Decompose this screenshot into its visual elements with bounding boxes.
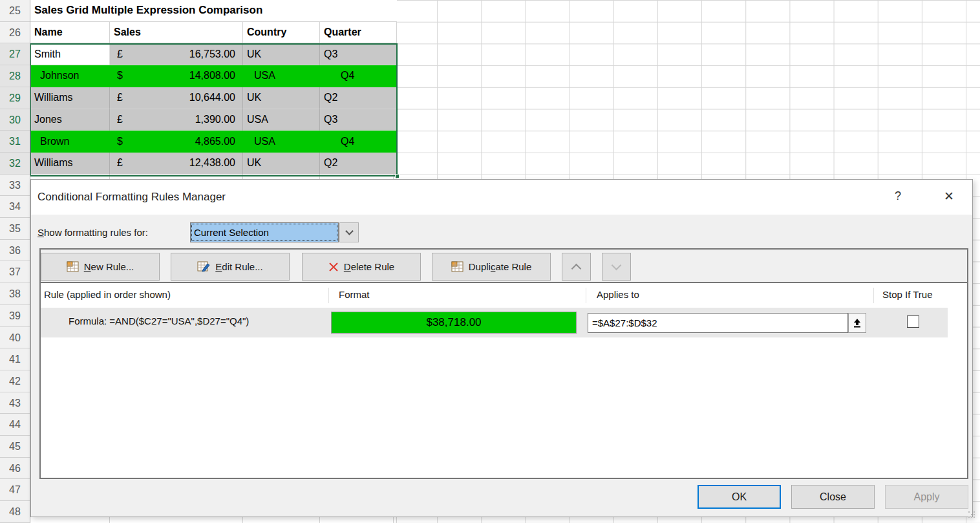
applies-to-input[interactable]: [588, 313, 848, 333]
chevron-down-icon: [612, 260, 622, 270]
row-header-48[interactable]: 48: [0, 501, 30, 523]
cell-sales-28[interactable]: $14,808.00: [110, 65, 243, 87]
ok-button[interactable]: OK: [698, 485, 781, 509]
row-header-39[interactable]: 39: [0, 305, 30, 327]
row-header-25[interactable]: 25: [0, 0, 30, 22]
row-header-44[interactable]: 44: [0, 414, 30, 436]
row-header-46[interactable]: 46: [0, 458, 30, 480]
column-divider: [328, 288, 329, 303]
sales-table: Sales Grid Multiple Expression Compariso…: [30, 0, 397, 175]
range-select-arrow-icon: [853, 318, 862, 328]
column-divider: [873, 288, 874, 303]
rule-format-preview: $38,718.00: [331, 312, 577, 334]
sales-amount: 14,808.00: [189, 70, 235, 81]
resize-grip[interactable]: [968, 511, 970, 513]
row-header-42[interactable]: 42: [0, 370, 30, 392]
dialog-titlebar: Conditional Formatting Rules Manager ? ✕: [31, 180, 972, 215]
excel-sheet: 2526272829303132333435363738394041424344…: [0, 0, 980, 523]
row-header-28[interactable]: 28: [0, 65, 30, 87]
cell-quarter-31[interactable]: Q4: [320, 131, 397, 153]
move-rule-down-button[interactable]: [602, 253, 631, 281]
column-header-rule: Rule (applied in order shown): [44, 289, 171, 300]
move-rule-up-button[interactable]: [562, 253, 591, 281]
row-header-27[interactable]: 27: [0, 43, 30, 65]
cell-name-27[interactable]: Smith: [30, 43, 110, 65]
row-header-29[interactable]: 29: [0, 87, 30, 109]
cell-sales-29[interactable]: £10,644.00: [110, 87, 243, 109]
cell-name-30[interactable]: Jones: [30, 109, 110, 131]
cell-quarter-29[interactable]: Q2: [320, 87, 397, 109]
table-icon: [451, 261, 463, 272]
cell-quarter-27[interactable]: Q3: [320, 43, 397, 65]
chevron-down-icon: [345, 227, 354, 235]
row-header-36[interactable]: 36: [0, 240, 30, 262]
cell-quarter-30[interactable]: Q3: [320, 109, 397, 131]
row-header-34[interactable]: 34: [0, 196, 30, 218]
help-button[interactable]: ?: [895, 189, 901, 203]
table-icon: [67, 261, 79, 272]
currency-symbol: $: [117, 136, 123, 147]
cell-sales-31[interactable]: $4,865.00: [110, 131, 243, 153]
row-header-column: 2526272829303132333435363738394041424344…: [0, 0, 30, 523]
collapse-dialog-button[interactable]: [848, 313, 866, 333]
duplicate-rule-button[interactable]: Duplicate Rule: [432, 253, 551, 281]
row-header-43[interactable]: 43: [0, 392, 30, 414]
row-header-41[interactable]: 41: [0, 348, 30, 370]
dropdown-arrow-button[interactable]: [339, 222, 359, 242]
row-header-40[interactable]: 40: [0, 327, 30, 349]
row-header-31[interactable]: 31: [0, 131, 30, 153]
cell-name-31[interactable]: Brown: [30, 131, 110, 153]
edit-rule-button[interactable]: Edit Rule...: [171, 253, 290, 281]
cell-name-32[interactable]: Williams: [30, 153, 110, 175]
currency-symbol: £: [117, 157, 123, 169]
cell-quarter-28[interactable]: Q4: [320, 65, 397, 87]
cell-country-28[interactable]: USA: [243, 65, 320, 87]
cell-sales-32[interactable]: £12,438.00: [110, 153, 243, 175]
cell-country-30[interactable]: USA: [243, 109, 320, 131]
currency-symbol: £: [117, 48, 123, 60]
row-header-33[interactable]: 33: [0, 175, 30, 197]
delete-rule-button[interactable]: Delete Rule: [302, 253, 421, 281]
rule-row[interactable]: Formula: =AND($C27="USA",$D27="Q4") $38,…: [41, 308, 948, 337]
cell-country-27[interactable]: UK: [243, 43, 320, 65]
currency-symbol: $: [117, 70, 123, 81]
row-header-30[interactable]: 30: [0, 109, 30, 131]
rules-toolbar: New Rule... Edit Rule... Delete Rule Dup…: [41, 250, 967, 283]
close-icon[interactable]: ✕: [944, 189, 954, 204]
dialog-title: Conditional Formatting Rules Manager: [37, 191, 226, 204]
cell-quarter-32[interactable]: Q2: [320, 153, 397, 175]
new-rule-label: New Rule...: [84, 261, 134, 272]
new-rule-button[interactable]: New Rule...: [41, 253, 160, 281]
cell-sales-27[interactable]: £16,753.00: [110, 43, 243, 65]
rule-description: Formula: =AND($C27="USA",$D27="Q4"): [69, 315, 249, 326]
cell-name-28[interactable]: Johnson: [30, 65, 110, 87]
close-button[interactable]: Close: [791, 485, 875, 509]
row-header-38[interactable]: 38: [0, 283, 30, 305]
column-header-sales: Sales: [110, 22, 243, 44]
cell-sales-30[interactable]: £1,390.00: [110, 109, 243, 131]
edit-rule-label: Edit Rule...: [215, 261, 262, 272]
show-rules-dropdown[interactable]: Current Selection: [190, 222, 339, 242]
sales-amount: 10,644.00: [189, 92, 235, 103]
currency-symbol: £: [117, 92, 123, 103]
row-header-32[interactable]: 32: [0, 153, 30, 175]
row-header-35[interactable]: 35: [0, 218, 30, 240]
column-header-country: Country: [243, 22, 320, 44]
row-header-37[interactable]: 37: [0, 261, 30, 283]
cell-country-29[interactable]: UK: [243, 87, 320, 109]
cf-rules-manager-dialog: Conditional Formatting Rules Manager ? ✕…: [30, 179, 973, 517]
row-header-26[interactable]: 26: [0, 22, 30, 44]
apply-button[interactable]: Apply: [885, 485, 968, 509]
stop-if-true-checkbox[interactable]: [907, 315, 919, 328]
cell-country-32[interactable]: UK: [243, 153, 320, 175]
row-header-47[interactable]: 47: [0, 479, 30, 501]
duplicate-rule-label: Duplicate Rule: [469, 261, 532, 272]
currency-symbol: £: [117, 114, 123, 125]
cell-name-29[interactable]: Williams: [30, 87, 110, 109]
table-pencil-icon: [197, 261, 210, 273]
sheet-title: Sales Grid Multiple Expression Compariso…: [30, 0, 397, 22]
delete-rule-label: Delete Rule: [344, 261, 394, 272]
row-header-45[interactable]: 45: [0, 436, 30, 458]
column-divider: [586, 288, 586, 303]
cell-country-31[interactable]: USA: [243, 131, 320, 153]
